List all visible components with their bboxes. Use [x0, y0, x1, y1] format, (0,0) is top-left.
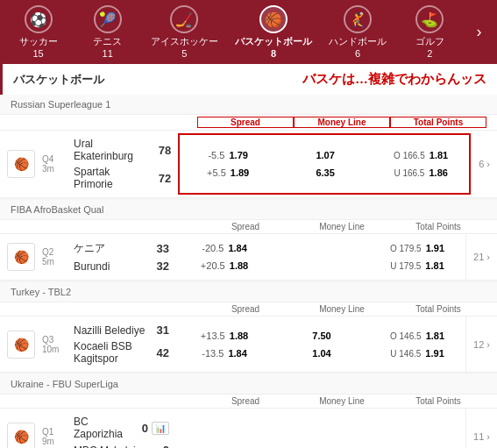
- basketball-match-icon-fiba: 🏀: [7, 243, 35, 271]
- team-row: Nazilli Belediye 31: [74, 322, 169, 338]
- team1-score-ukraine: 0: [126, 422, 148, 435]
- match-count-tbl2[interactable]: 12 ›: [465, 316, 497, 372]
- tennis-count: 11: [103, 48, 113, 59]
- odds-spread-tbl2-1[interactable]: +13.5 1.88: [176, 327, 273, 345]
- col-headers-fiba: Spread Money Line Total Points: [0, 220, 497, 234]
- odds-total-tbl2-1[interactable]: O 146.5 1.81: [369, 327, 465, 345]
- team2-name-tbl2: Kocaeli BSB Kagitspor: [74, 340, 147, 365]
- basketball-match-icon: 🏀: [7, 150, 35, 178]
- odds-row-tbl2-1: +13.5 1.88 7.50 O 146.5 1.81: [176, 327, 465, 345]
- sport-nav: ⚽ サッカー 15 🎾 テニス 11 🏒 アイスホッケー 5 🏀 バスケットボー…: [0, 0, 497, 64]
- odds-row-1: -5.5 1.79 1.07 O 166.5 1.81: [180, 146, 469, 164]
- team-row: Spartak Primorie 72: [74, 164, 171, 192]
- basketball-icon: 🏀: [259, 5, 288, 33]
- odds-row-fiba-1: -20.5 1.84 O 179.5 1.91: [176, 239, 465, 257]
- odds-money-1[interactable]: 1.07: [276, 146, 373, 164]
- team2-score-tbl2: 42: [147, 346, 169, 359]
- league-title-fiba: FIBA AfroBasket Qual: [0, 200, 497, 220]
- sidebar-item-handball[interactable]: 🤾 ハンドボール 6: [329, 5, 387, 59]
- col-spread: Spread: [197, 117, 294, 128]
- odds-section-russian-1: -5.5 1.79 1.07 O 166.5 1.81 +5.5 1.89: [178, 133, 471, 195]
- handball-icon: 🤾: [344, 5, 372, 33]
- team2-score-fiba: 32: [147, 260, 169, 273]
- basketball-count: 8: [271, 48, 276, 59]
- match-teams-ukraine: BC Zaporizhia 0 📊 MBC Mykolaiv 0: [74, 414, 169, 448]
- time: 9m: [42, 437, 67, 446]
- match-ukraine-1: 🏀 Q1 9m BC Zaporizhia 0 📊 MBC Mykolaiv 0: [0, 409, 497, 448]
- odds-money-fiba-2[interactable]: [273, 262, 369, 269]
- odds-total-ukraine-1[interactable]: [369, 419, 465, 437]
- team1-name-ukraine: BC Zaporizhia: [74, 416, 126, 440]
- league-turkey-tbl2: Turkey - TBL2 Spread Money Line Total Po…: [0, 282, 497, 373]
- odds-money-ukraine-1[interactable]: [273, 419, 369, 437]
- team-row: ケニア 33: [74, 239, 169, 258]
- team1-name-tbl2: Nazilli Belediye: [74, 324, 147, 337]
- match-teams-tbl2: Nazilli Belediye 31 Kocaeli BSB Kagitspo…: [74, 322, 169, 366]
- odds-total-fiba-2[interactable]: U 179.5 1.81: [369, 257, 465, 274]
- match-time-ukraine: Q1 9m: [42, 427, 67, 446]
- match-count-russian[interactable]: 6 ›: [471, 131, 497, 197]
- team-row: BC Zaporizhia 0 📊: [74, 414, 169, 442]
- odds-money-2[interactable]: 6.35: [276, 164, 373, 181]
- col-headers-tbl2: Spread Money Line Total Points: [0, 302, 497, 316]
- stats-button-ukraine[interactable]: 📊: [152, 422, 169, 435]
- match-tbl2-1: 🏀 Q3 10m Nazilli Belediye 31 Kocaeli BSB…: [0, 316, 497, 373]
- nav-arrow[interactable]: ›: [472, 23, 485, 41]
- league-title-tbl2: Turkey - TBL2: [0, 282, 497, 302]
- odds-money-ukraine-2[interactable]: [273, 437, 369, 449]
- sidebar-item-soccer[interactable]: ⚽ サッカー 15: [12, 5, 65, 59]
- icehockey-label: アイスホッケー: [151, 35, 218, 48]
- time: 3m: [42, 164, 67, 174]
- quarter: Q4: [42, 154, 67, 164]
- basketball-match-icon-ukraine: 🏀: [7, 423, 35, 449]
- col-money-ukraine: Money Line: [294, 396, 390, 406]
- col-total-fiba: Total Points: [390, 222, 486, 231]
- odds-spread-ukraine-2[interactable]: [176, 437, 273, 449]
- quarter: Q2: [42, 247, 67, 257]
- odds-total-2[interactable]: U 166.5 1.86: [373, 164, 469, 181]
- col-headers-ukraine: Spread Money Line Total Points: [0, 395, 497, 409]
- odds-money-tbl2-2[interactable]: 1.04: [273, 345, 369, 362]
- col-money-fiba: Money Line: [294, 222, 390, 231]
- team2-score-ukraine: 0: [147, 444, 169, 448]
- odds-total-fiba-1[interactable]: O 179.5 1.91: [369, 239, 465, 257]
- annotation-text: バスケは…複雑でわからんッス: [302, 71, 486, 88]
- match-info-fiba-1: 🏀 Q2 5m ケニア 33 Burundi 32: [0, 234, 176, 280]
- league-title-ukraine: Ukraine - FBU SuperLiga: [0, 374, 497, 395]
- team2-score: 72: [149, 172, 171, 185]
- odds-spread-ukraine-1[interactable]: [176, 419, 273, 437]
- odds-total-tbl2-2[interactable]: U 146.5 1.91: [369, 345, 465, 362]
- match-teams-fiba: ケニア 33 Burundi 32: [74, 239, 169, 274]
- match-time-russian-1: Q4 3m: [42, 154, 67, 174]
- team-row: Burundi 32: [74, 258, 169, 274]
- odds-total-ukraine-2[interactable]: [369, 437, 465, 449]
- basketball-label: バスケットボール: [235, 35, 312, 48]
- odds-row-tbl2-2: -13.5 1.84 1.04 U 146.5 1.91: [176, 345, 465, 362]
- odds-money-fiba-1[interactable]: [273, 245, 369, 252]
- match-time-fiba: Q2 5m: [42, 247, 67, 267]
- match-time-tbl2: Q3 10m: [42, 335, 67, 354]
- match-count-fiba[interactable]: 21 ›: [465, 234, 497, 280]
- sidebar-item-tennis[interactable]: 🎾 テニス 11: [82, 5, 134, 59]
- sidebar-item-icehockey[interactable]: 🏒 アイスホッケー 5: [151, 5, 218, 59]
- match-info-russian-1: 🏀 Q4 3m Ural Ekaterinburg 78 Spartak Pri…: [0, 131, 178, 197]
- team1-score: 78: [149, 144, 171, 157]
- soccer-count: 15: [32, 48, 43, 59]
- match-count-ukraine[interactable]: 11 ›: [465, 409, 497, 448]
- sidebar-item-basketball[interactable]: 🏀 バスケットボール 8: [235, 5, 312, 59]
- odds-spread-1[interactable]: -5.5 1.79: [180, 146, 276, 164]
- odds-spread-fiba-1[interactable]: -20.5 1.84: [176, 239, 273, 257]
- team-row: MBC Mykolaiv 0: [74, 442, 169, 448]
- icehockey-count: 5: [181, 48, 187, 59]
- odds-spread-fiba-2[interactable]: +20.5 1.88: [176, 257, 273, 274]
- sidebar-item-golf[interactable]: ⛳ ゴルフ 2: [403, 5, 456, 59]
- odds-spread-tbl2-2[interactable]: -13.5 1.84: [176, 345, 273, 362]
- odds-spread-2[interactable]: +5.5 1.89: [180, 164, 276, 181]
- odds-money-tbl2-1[interactable]: 7.50: [273, 327, 369, 345]
- team1-score-tbl2: 31: [147, 324, 169, 337]
- odds-total-1[interactable]: O 166.5 1.81: [373, 146, 469, 164]
- odds-row-fiba-2: +20.5 1.88 U 179.5 1.81: [176, 257, 465, 274]
- col-total-ukraine: Total Points: [390, 396, 486, 406]
- team-row: Kocaeli BSB Kagitspor 42: [74, 338, 169, 366]
- league-fiba: FIBA AfroBasket Qual Spread Money Line T…: [0, 200, 497, 281]
